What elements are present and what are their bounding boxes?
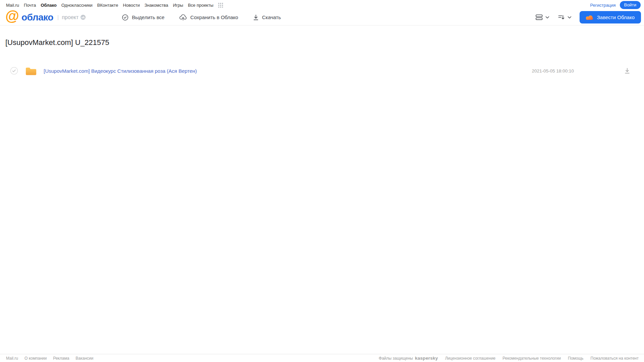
nav-link-znakomstva[interactable]: Знакомства — [144, 3, 168, 8]
footer: Mail.ru О компании Реклама Вакансии Файл… — [0, 354, 644, 362]
footer-link-license[interactable]: Лицензионное соглашение — [445, 356, 495, 361]
kaspersky-protected: Файлы защищены kaspersky — [379, 356, 438, 361]
nav-link-oblako[interactable]: Облако — [41, 3, 57, 8]
header-right-controls: Завести Облако — [536, 11, 641, 23]
chevron-down-icon — [545, 16, 549, 19]
footer-left-links: Mail.ru О компании Реклама Вакансии — [6, 356, 93, 361]
chevron-down-icon — [567, 16, 572, 19]
file-toolbar: Выделить все Сохранить в Облако Скачать — [122, 14, 281, 21]
protected-label: Файлы защищены — [379, 356, 413, 361]
create-cloud-button[interactable]: Завести Облако — [580, 11, 641, 23]
logo-separator: | — [57, 14, 59, 21]
portal-nav: Mail.ru Почта Облако Одноклассники ВКонт… — [0, 0, 644, 9]
portal-nav-links: Mail.ru Почта Облако Одноклассники ВКонт… — [6, 2, 224, 8]
registration-link[interactable]: Регистрация — [590, 3, 616, 8]
footer-link-help[interactable]: Помощь — [568, 356, 583, 361]
file-name-link[interactable]: [UsupovMarket.com] Видеокурс Стилизованн… — [44, 68, 197, 74]
select-all-label: Выделить все — [132, 14, 164, 20]
shared-folder-content: [UsupovMarket.com] U_221575 [UsupovMarke… — [0, 25, 644, 78]
footer-link-mailru[interactable]: Mail.ru — [6, 356, 18, 361]
save-to-cloud-label: Сохранить в Облако — [190, 14, 238, 20]
file-row[interactable]: [UsupovMarket.com] Видеокурс Стилизованн… — [0, 63, 644, 78]
view-mode-control[interactable] — [536, 14, 549, 20]
cloud-header: @ облако | проект vk Выделить все Сохран… — [0, 9, 644, 25]
cloud-icon — [586, 15, 594, 20]
nav-link-pochta[interactable]: Почта — [24, 3, 36, 8]
nav-link-novosti[interactable]: Новости — [123, 3, 140, 8]
row-checkbox[interactable] — [10, 67, 18, 75]
footer-right-links: Файлы защищены kaspersky Лицензионное со… — [379, 356, 639, 361]
download-icon — [253, 14, 259, 20]
cloud-logo-text: облако — [21, 12, 53, 23]
nav-link-odnoklassniki[interactable]: Одноклассники — [61, 3, 93, 8]
kaspersky-wordmark[interactable]: kaspersky — [415, 356, 438, 361]
login-button[interactable]: Войти — [620, 1, 641, 9]
save-to-cloud-button[interactable]: Сохранить в Облако — [179, 14, 238, 21]
nav-link-igry[interactable]: Игры — [173, 3, 183, 8]
portal-nav-auth: Регистрация Войти — [590, 1, 641, 9]
project-label: проект — [62, 14, 79, 20]
nav-link-vse-proekty[interactable]: Все проекты — [188, 3, 213, 8]
download-label: Скачать — [262, 14, 281, 20]
select-all-button[interactable]: Выделить все — [122, 14, 164, 21]
nav-link-mailru[interactable]: Mail.ru — [6, 3, 19, 8]
row-download-button[interactable] — [624, 68, 630, 74]
sort-icon — [558, 14, 565, 20]
footer-link-reklama[interactable]: Реклама — [53, 356, 69, 361]
all-projects-grid-icon[interactable] — [218, 2, 224, 8]
footer-link-recommend-tech[interactable]: Рекомендательные технологии — [503, 356, 561, 361]
vk-badge: vk — [81, 15, 86, 20]
create-cloud-label: Завести Облако — [597, 14, 635, 20]
folder-icon[interactable] — [25, 66, 37, 76]
file-date: 2021-05-05 18:00:10 — [532, 68, 574, 73]
check-circle-icon — [122, 14, 129, 21]
footer-link-vakansii[interactable]: Вакансии — [76, 356, 93, 361]
cloud-upload-icon — [179, 14, 187, 21]
cloud-logo[interactable]: @ облако | проект vk — [5, 12, 86, 23]
page-title: [UsupovMarket.com] U_221575 — [5, 38, 644, 47]
download-button[interactable]: Скачать — [253, 14, 281, 20]
sort-control[interactable] — [558, 14, 572, 20]
mailru-at-icon: @ — [5, 11, 19, 21]
list-view-icon — [536, 14, 543, 20]
footer-link-o-kompanii[interactable]: О компании — [24, 356, 47, 361]
footer-link-report-content[interactable]: Пожаловаться на контент — [591, 356, 639, 361]
nav-link-vkontakte[interactable]: ВКонтакте — [97, 3, 118, 8]
